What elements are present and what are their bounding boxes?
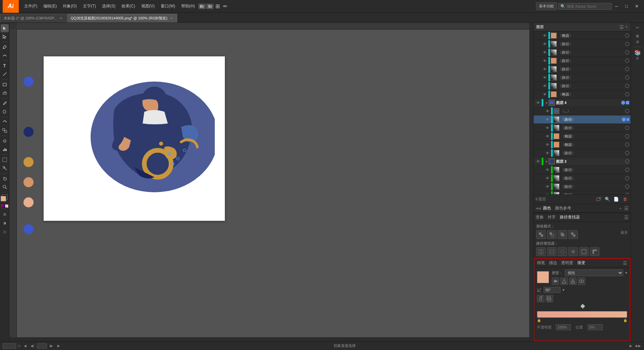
close-btn[interactable]: ✕ — [632, 2, 641, 11]
layer-eye-btn[interactable]: 👁 — [544, 125, 550, 131]
layer-target[interactable] — [625, 92, 629, 96]
layer-expand-btn[interactable]: ▾ — [544, 159, 549, 164]
layer-3-group-row[interactable]: 👁 ▾ 图层 3 — [534, 157, 631, 166]
layer-target[interactable] — [625, 185, 629, 189]
layer-eye-btn[interactable]: 👁 — [542, 91, 548, 97]
layer-row[interactable]: 👁 〈...〉 — [534, 107, 631, 115]
curvature-tool-btn[interactable] — [1, 51, 9, 59]
layer-row[interactable]: 👁 〈椭圆〉 — [534, 132, 631, 141]
layer-target[interactable] — [625, 50, 629, 54]
artboard-num-input[interactable]: 1 — [37, 343, 47, 349]
last-artboard-btn[interactable]: |▶ — [48, 343, 54, 349]
tab-qq-close[interactable]: ✕ — [169, 16, 174, 20]
gradient-angle-input[interactable]: 90° — [544, 287, 560, 293]
gradient-preview-swatch[interactable] — [537, 271, 549, 283]
bridge-btn[interactable]: Br — [198, 4, 206, 9]
expand-btn[interactable]: 展开 — [621, 230, 628, 239]
drawing-mode-btn[interactable]: ◻ — [1, 228, 9, 236]
layers-collapse-btn[interactable]: ▸ — [626, 24, 628, 30]
menu-view[interactable]: 视图(V) — [139, 2, 157, 10]
eraser-tool-btn[interactable] — [1, 89, 9, 97]
tab-untitled-close[interactable]: ✕ — [59, 16, 63, 20]
layer-row[interactable]: 👁 〈路径〉 — [534, 174, 631, 183]
brush-btn[interactable]: ✏ — [222, 3, 229, 10]
first-artboard-btn[interactable]: ◀| — [30, 343, 36, 349]
fill-swatch[interactable] — [1, 196, 6, 201]
layer-eye-btn[interactable]: 👁 — [544, 116, 550, 122]
layer-target[interactable] — [625, 76, 629, 80]
bar-chart-btn[interactable] — [1, 145, 9, 153]
layer-row[interactable]: 👁 〈路径〉 — [534, 183, 631, 191]
layer-target[interactable] — [625, 84, 629, 88]
layer-target[interactable] — [625, 59, 629, 63]
layer-target[interactable] — [625, 168, 629, 172]
gradient-stop-center[interactable] — [580, 304, 585, 308]
layer-eye-btn[interactable]: 👁 — [544, 175, 550, 181]
next-artboard-btn[interactable]: ▶ — [56, 343, 62, 349]
layer-target[interactable] — [625, 193, 629, 194]
gradient-bar[interactable] — [537, 311, 627, 318]
maximize-btn[interactable]: □ — [622, 2, 631, 11]
play-btn[interactable]: ▶ — [628, 343, 634, 349]
gradient-reverse-btn[interactable] — [552, 278, 559, 285]
layer-eye-btn[interactable]: 👁 — [542, 33, 548, 39]
position-input[interactable] — [588, 324, 603, 330]
menu-effect[interactable]: 效果(C) — [119, 2, 138, 10]
tab-untitled[interactable]: 未标题-1* @ 100% (CMYK/GP... ✕ — [0, 14, 66, 22]
appearance-options-btn[interactable]: ☰ — [623, 260, 627, 266]
stock-search-box[interactable]: 🔍 — [558, 3, 612, 10]
layer-row[interactable]: 👁 〈路径〉 — [534, 166, 631, 174]
pf-subtract-btn[interactable] — [590, 247, 599, 256]
toggle-visibility-btn[interactable]: ◑ — [1, 219, 9, 227]
screen-mode-btn[interactable]: ⊟ — [1, 210, 9, 218]
canvas-scrollbar-vertical[interactable] — [529, 23, 533, 341]
pf-merge-btn[interactable] — [558, 247, 567, 256]
gradient-stroke-icon[interactable] — [560, 278, 568, 285]
menu-window[interactable]: 窗口(W) — [158, 2, 178, 10]
layers-delete-btn[interactable]: 🗑 — [621, 196, 629, 203]
pathfinder-tab[interactable]: 路径查找器 — [560, 214, 580, 220]
selection-tool-btn[interactable] — [1, 24, 9, 32]
gradient-tab-btn[interactable]: 渐变 — [577, 260, 585, 266]
layer-row[interactable]: 👁 〈路径〉 — [534, 149, 631, 157]
stock-search-input[interactable] — [567, 4, 609, 8]
layer-eye-btn[interactable]: 👁 — [544, 142, 550, 148]
workspace-preset-btn[interactable]: 基本功能 — [536, 2, 557, 10]
angle-dropdown[interactable]: ▾ — [562, 288, 564, 292]
layer-eye-btn[interactable]: 👁 — [544, 167, 550, 173]
shape-unite-btn[interactable] — [536, 230, 546, 239]
color-swatch-container[interactable] — [1, 195, 9, 203]
library-panel-btn[interactable]: 📚 库 — [632, 49, 644, 61]
color-tab[interactable]: 颜色 — [543, 205, 551, 211]
line-tool-btn[interactable] — [1, 70, 9, 78]
pf-outline-btn[interactable] — [579, 247, 589, 256]
shape-minus-front-btn[interactable] — [547, 230, 556, 239]
layer-eye-btn[interactable]: 👁 — [542, 58, 548, 64]
layer-eye-btn[interactable]: 👁 — [535, 158, 541, 164]
layers-search-btn[interactable]: 🔍 — [604, 196, 611, 203]
layer-target[interactable] — [625, 134, 629, 138]
layer-eye-btn[interactable]: 👁 — [542, 41, 548, 47]
type-tool-btn[interactable]: T — [1, 62, 9, 70]
scroll-right-btn[interactable]: ▶▶ — [635, 343, 641, 349]
transparency-tab[interactable]: 透明度 — [561, 260, 573, 266]
pf-crop-btn[interactable] — [568, 247, 578, 256]
gradient-swatch-small[interactable] — [1, 204, 4, 208]
minimize-btn[interactable]: ─ — [612, 2, 621, 11]
blob-brush-btn[interactable] — [1, 108, 9, 116]
brush-tool-btn[interactable] — [1, 99, 9, 107]
pathfinder-options-btn[interactable]: ☰ — [624, 215, 629, 220]
none-swatch[interactable] — [5, 204, 8, 208]
layer-row[interactable]: 👁 〈路径〉 — [534, 48, 631, 57]
layer-row[interactable]: 👁 〈路径〉 — [534, 57, 631, 65]
rectangle-tool-btn[interactable] — [1, 81, 9, 89]
layer-row-selected[interactable]: 👁 〈路径〉 — [534, 115, 631, 124]
layer-eye-btn[interactable]: 👁 — [544, 133, 550, 139]
layer-target[interactable] — [625, 176, 629, 180]
layer-row[interactable]: 👁 〈路径〉 — [534, 65, 631, 73]
shape-exclude-btn[interactable] — [568, 230, 578, 239]
layers-body[interactable]: 👁 〈椭圆〉 👁 〈路径〉 👁 〈路径〉 — [534, 32, 631, 194]
layer-eye-btn[interactable]: 👁 — [542, 74, 548, 81]
layer-row[interactable]: 👁 〈路径〉 — [534, 73, 631, 82]
shape-intersect-btn[interactable] — [558, 230, 567, 239]
